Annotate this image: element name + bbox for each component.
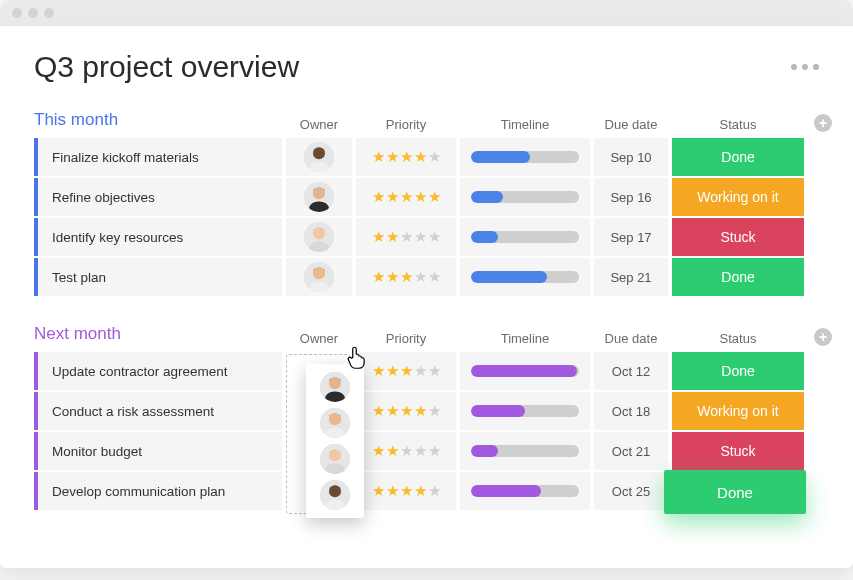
table-row[interactable]: Refine objectives ★★★★★ Sep 16Working on… — [34, 178, 819, 216]
star-icon: ★ — [428, 148, 441, 166]
timeline-bar[interactable] — [471, 231, 579, 243]
task-name-cell[interactable]: Refine objectives — [34, 178, 282, 216]
priority-cell[interactable]: ★★★★★ — [356, 392, 456, 430]
status-cell[interactable]: Done — [672, 258, 804, 296]
status-cell[interactable]: Stuck — [672, 432, 804, 470]
avatar[interactable] — [304, 182, 334, 212]
priority-cell[interactable]: ★★★★★ — [356, 138, 456, 176]
status-cell[interactable]: Working on it — [672, 178, 804, 216]
add-column-button[interactable]: + — [814, 114, 832, 132]
column-header-timeline[interactable]: Timeline — [460, 117, 590, 132]
column-header-status[interactable]: Status — [672, 117, 804, 132]
timeline-bar[interactable] — [471, 405, 579, 417]
owner-cell[interactable] — [286, 432, 352, 470]
timeline-bar[interactable] — [471, 365, 579, 377]
column-header-due[interactable]: Due date — [594, 117, 668, 132]
table-row[interactable]: Identify key resources ★★★★★ Sep 17Stuck — [34, 218, 819, 256]
task-name-cell[interactable]: Finalize kickoff materials — [34, 138, 282, 176]
star-icon: ★ — [386, 402, 399, 420]
avatar[interactable] — [304, 222, 334, 252]
due-date-cell[interactable]: Oct 12 — [594, 352, 668, 390]
timeline-cell[interactable] — [460, 392, 590, 430]
timeline-fill — [471, 151, 530, 163]
avatar[interactable] — [304, 142, 334, 172]
timeline-cell[interactable] — [460, 472, 590, 510]
due-date-cell[interactable]: Sep 17 — [594, 218, 668, 256]
due-date-cell[interactable]: Oct 25 — [594, 472, 668, 510]
task-name-cell[interactable]: Conduct a risk assessment — [34, 392, 282, 430]
owner-cell[interactable] — [286, 138, 352, 176]
task-name-cell[interactable]: Develop communication plan — [34, 472, 282, 510]
timeline-cell[interactable] — [460, 258, 590, 296]
due-date-cell[interactable]: Sep 10 — [594, 138, 668, 176]
column-header-status[interactable]: Status — [672, 331, 804, 346]
row-trailing-space — [808, 472, 832, 510]
more-options-button[interactable] — [791, 64, 819, 70]
timeline-bar[interactable] — [471, 445, 579, 457]
status-cell[interactable]: Stuck — [672, 218, 804, 256]
priority-cell[interactable]: ★★★★★ — [356, 472, 456, 510]
star-rating[interactable]: ★★★★★ — [372, 482, 441, 500]
priority-cell[interactable]: ★★★★★ — [356, 178, 456, 216]
add-column-button[interactable]: + — [814, 328, 832, 346]
timeline-cell[interactable] — [460, 218, 590, 256]
table-row[interactable]: Update contractor agreement★★★★★ Oct 12D… — [34, 352, 819, 390]
star-rating[interactable]: ★★★★★ — [372, 402, 441, 420]
due-date-cell[interactable]: Oct 18 — [594, 392, 668, 430]
owner-cell[interactable] — [286, 352, 352, 390]
group-title[interactable]: Next month — [34, 324, 282, 346]
status-cell[interactable]: Working on it — [672, 392, 804, 430]
task-name-cell[interactable]: Identify key resources — [34, 218, 282, 256]
column-header-priority[interactable]: Priority — [356, 117, 456, 132]
task-name-cell[interactable]: Update contractor agreement — [34, 352, 282, 390]
avatar[interactable] — [304, 262, 334, 292]
table-row[interactable]: Conduct a risk assessment★★★★★ Oct 18Wor… — [34, 392, 819, 430]
timeline-bar[interactable] — [471, 485, 579, 497]
status-cell[interactable]: Done — [672, 138, 804, 176]
star-icon: ★ — [386, 228, 399, 246]
timeline-bar[interactable] — [471, 271, 579, 283]
star-icon: ★ — [386, 442, 399, 460]
star-rating[interactable]: ★★★★★ — [372, 362, 441, 380]
due-date-cell[interactable]: Oct 21 — [594, 432, 668, 470]
priority-cell[interactable]: ★★★★★ — [356, 258, 456, 296]
priority-cell[interactable]: ★★★★★ — [356, 352, 456, 390]
column-header-due[interactable]: Due date — [594, 331, 668, 346]
table-row[interactable]: Finalize kickoff materials ★★★★★ Sep 10D… — [34, 138, 819, 176]
task-name-cell[interactable]: Monitor budget — [34, 432, 282, 470]
star-icon: ★ — [400, 228, 413, 246]
group-title[interactable]: This month — [34, 110, 282, 132]
timeline-bar[interactable] — [471, 191, 579, 203]
timeline-bar[interactable] — [471, 151, 579, 163]
column-header-timeline[interactable]: Timeline — [460, 331, 590, 346]
star-rating[interactable]: ★★★★★ — [372, 268, 441, 286]
timeline-cell[interactable] — [460, 432, 590, 470]
star-rating[interactable]: ★★★★★ — [372, 188, 441, 206]
owner-cell[interactable] — [286, 218, 352, 256]
group-this_month: This month Owner Priority Timeline Due d… — [34, 110, 819, 296]
due-date-cell[interactable]: Sep 16 — [594, 178, 668, 216]
table-row[interactable]: Test plan ★★★★★ Sep 21Done — [34, 258, 819, 296]
column-header-owner[interactable]: Owner — [286, 331, 352, 346]
owner-cell[interactable] — [286, 178, 352, 216]
timeline-cell[interactable] — [460, 138, 590, 176]
column-header-priority[interactable]: Priority — [356, 331, 456, 346]
owner-cell[interactable] — [286, 258, 352, 296]
priority-cell[interactable]: ★★★★★ — [356, 432, 456, 470]
star-rating[interactable]: ★★★★★ — [372, 442, 441, 460]
priority-cell[interactable]: ★★★★★ — [356, 218, 456, 256]
star-rating[interactable]: ★★★★★ — [372, 148, 441, 166]
timeline-cell[interactable] — [460, 352, 590, 390]
due-date-cell[interactable]: Sep 21 — [594, 258, 668, 296]
table-row[interactable]: Monitor budget★★★★★ Oct 21Stuck — [34, 432, 819, 470]
star-rating[interactable]: ★★★★★ — [372, 228, 441, 246]
table-row[interactable]: Develop communication plan★★★★★ Oct 25Do… — [34, 472, 819, 510]
owner-cell[interactable] — [286, 472, 352, 510]
timeline-cell[interactable] — [460, 178, 590, 216]
column-header-owner[interactable]: Owner — [286, 117, 352, 132]
task-name-cell[interactable]: Test plan — [34, 258, 282, 296]
owner-cell[interactable] — [286, 392, 352, 430]
star-icon: ★ — [386, 482, 399, 500]
status-cell[interactable]: Done — [672, 352, 804, 390]
window-dot — [12, 8, 22, 18]
